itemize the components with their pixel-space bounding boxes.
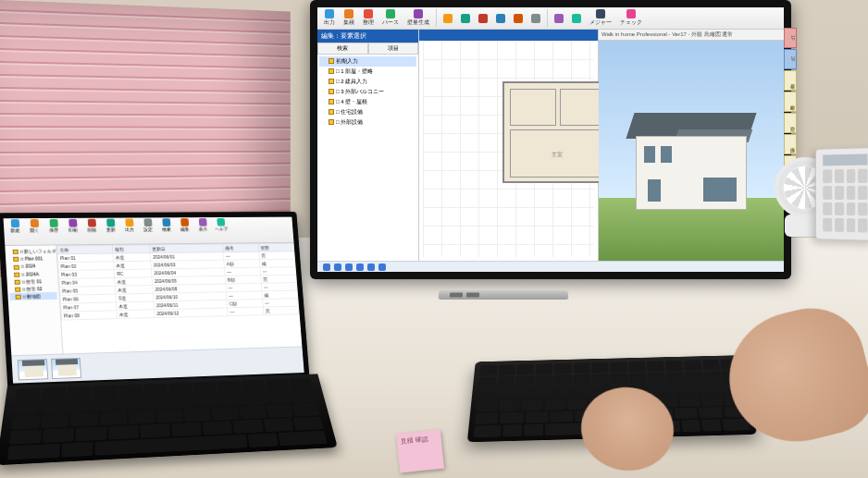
ribbon-tool[interactable] [569,13,584,24]
ribbon-tool[interactable] [440,13,455,24]
ribbon-tool[interactable] [552,13,566,24]
app-ribbon[interactable]: 出力集積整理パース壁量生成メジャーチェック [317,7,784,30]
tree-item[interactable]: □ 4 壁・屋根 [319,97,416,107]
room[interactable]: 主室 [510,129,608,178]
monitor-screen: 出力集積整理パース壁量生成メジャーチェック 編集：要素選択 検索項目 初期入力□… [317,7,784,272]
vertical-tab[interactable]: 2F [784,49,797,69]
ribbon-tool[interactable]: パース [379,8,402,28]
ribbon-tool[interactable]: 整理 [360,8,377,28]
vertical-tab[interactable]: 屋根 [784,70,797,91]
ribbon-tool[interactable]: 集積 [341,8,357,28]
taskbar-icon[interactable] [345,264,353,271]
panel-tabs[interactable]: 検索項目 [317,43,418,55]
laptop-ribbon-tool[interactable]: 削除 [82,219,101,233]
laptop-ribbon-tool[interactable]: 印刷 [63,219,82,233]
laptop-ribbon-tool[interactable]: 出力 [120,218,139,232]
sticky-note: 見積 確認 [396,430,444,473]
taskbar-icon[interactable] [356,264,364,271]
laptop-ribbon[interactable]: 新規開く保存印刷削除更新出力設定検索編集表示ヘルプ [4,217,294,246]
panel-title: 編集：要素選択 [317,30,418,43]
left-panel: 編集：要素選択 検索項目 初期入力□ 1 部屋・壁略□ 2 建具入力□ 3 外部… [317,30,419,261]
element-tree[interactable]: 初期入力□ 1 部屋・壁略□ 2 建具入力□ 3 外部バルコニー□ 4 壁・屋根… [317,55,418,261]
floor-plan-pane[interactable]: 主室 [419,30,599,261]
floor-plan[interactable]: 主室 [502,81,614,183]
vertical-tab[interactable]: 設備 [784,134,797,154]
laptop: 新規開く保存印刷削除更新出力設定検索編集表示ヘルプ □ 新しいフォルダ□ Pla… [0,212,341,478]
folder-item[interactable]: □ 敷地図 [9,292,57,300]
file-table[interactable]: 名称種類更新日備考状態Plan 01木造2024/06/01—完Plan 02木… [56,243,299,321]
laptop-ribbon-tool[interactable]: 編集 [175,218,193,231]
laptop-screen: 新規開く保存印刷削除更新出力設定検索編集表示ヘルプ □ 新しいフォルダ□ Pla… [0,212,310,389]
ribbon-tool[interactable]: 出力 [321,8,338,28]
panel-tab[interactable]: 検索 [317,43,368,55]
taskbar-icon[interactable] [367,264,375,271]
plan-header [419,30,598,41]
tree-item[interactable]: □ 住宅設備 [319,107,416,117]
ribbon-tool[interactable] [511,13,526,24]
render-pane[interactable]: Walk in home Professional - Ver17 - 外観 鳥… [599,30,784,261]
taskbar-icon[interactable] [334,264,341,271]
usb-dock [439,290,569,300]
tree-item[interactable]: □ 1 部屋・壁略 [319,67,416,77]
render-title: Walk in home Professional - Ver17 - 外観 鳥… [599,30,784,41]
laptop-keyboard[interactable] [0,374,338,465]
thumbnail[interactable] [18,359,49,380]
ribbon-tool[interactable] [528,13,543,24]
taskbar-icon[interactable] [378,264,386,271]
folder-tree[interactable]: □ 新しいフォルダ□ Plan 001□ 2024□ 2024A□ 住宅 01□… [5,245,63,355]
desk-phone [815,147,868,241]
ribbon-tool[interactable] [476,13,490,24]
thumbnail[interactable] [51,357,81,378]
ribbon-tool[interactable] [493,13,508,24]
vertical-tab[interactable]: 1F [784,28,797,48]
tree-item[interactable]: □ 3 外部バルコニー [319,87,416,97]
photo-scene: 出力集積整理パース壁量生成メジャーチェック 編集：要素選択 検索項目 初期入力□… [0,0,868,478]
room-label: 主室 [552,151,563,159]
laptop-ribbon-tool[interactable]: 検索 [157,218,176,232]
room[interactable] [510,89,556,126]
tree-item[interactable]: □ 2 建具入力 [319,77,416,87]
ribbon-tool[interactable]: メジャー [587,8,614,28]
ribbon-tool[interactable]: チェック [617,8,645,28]
laptop-ribbon-tool[interactable]: 更新 [101,219,119,233]
file-list[interactable]: 名称種類更新日備考状態Plan 01木造2024/06/01—完Plan 02木… [56,243,302,354]
ribbon-tool[interactable] [458,13,473,24]
tree-item[interactable]: □ 外部設備 [319,117,416,128]
windows-taskbar[interactable] [317,261,784,272]
ribbon-tool[interactable]: 壁量生成 [404,8,432,28]
laptop-ribbon-tool[interactable]: 開く [25,219,44,233]
laptop-ribbon-tool[interactable]: 保存 [44,219,64,233]
laptop-ribbon-tool[interactable]: 新規 [6,219,25,233]
laptop-ribbon-tool[interactable]: 設定 [139,218,157,232]
vertical-tab[interactable]: 立面 [784,113,797,133]
laptop-ribbon-tool[interactable]: 表示 [193,218,212,231]
panel-tab[interactable]: 項目 [368,43,419,55]
render-house [636,104,747,210]
laptop-ribbon-tool[interactable]: ヘルプ [212,218,230,231]
desktop-monitor: 出力集積整理パース壁量生成メジャーチェック 編集：要素選択 検索項目 初期入力□… [310,0,791,279]
tree-item[interactable]: 初期入力 [319,56,416,67]
vertical-tab[interactable]: 断面 [784,92,797,112]
